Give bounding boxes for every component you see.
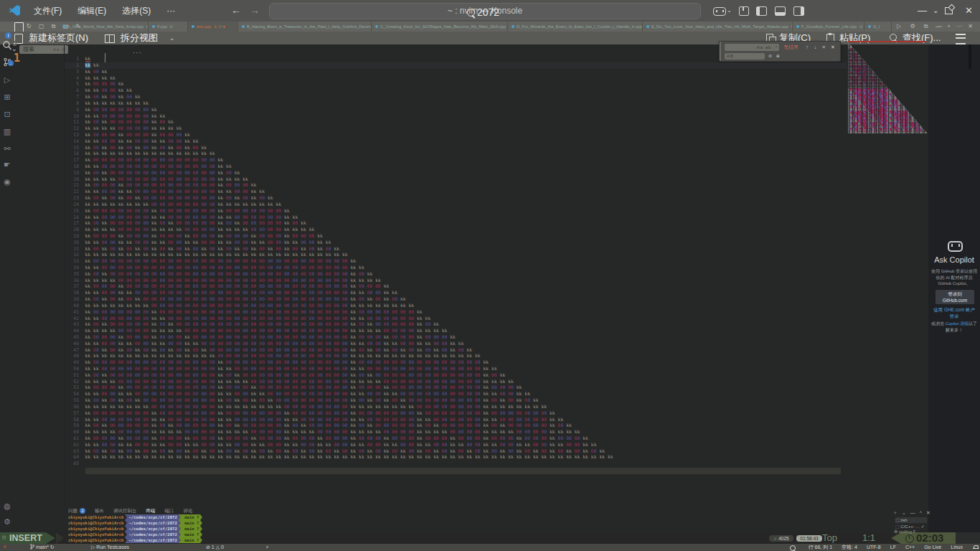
clock-powerline-arrow (891, 532, 901, 544)
tab-test.cpp[interactable]: test.cpp2, U ● (188, 22, 238, 32)
activitybar-settings-icon[interactable]: ⚙ (2, 517, 12, 527)
statusbar-item[interactable]: Linux (951, 544, 963, 551)
copilot-scrollbar[interactable] (969, 44, 971, 69)
toggle-panel-icon[interactable] (775, 6, 786, 16)
tab-C_Creating_Keys_for_StORages_Has_Become_My_Main_Skill.cpp[interactable]: C_Creating_Keys_for_StORages_Has_Become_… (372, 22, 508, 32)
remote-indicator-icon[interactable]: ⚡ (3, 545, 9, 550)
copilot-ghe-link[interactable]: 使用 GHE.com 帐户登录 (932, 307, 976, 319)
activitybar-share-icon[interactable]: ⚯ (2, 143, 12, 154)
clock-after-segment (956, 532, 980, 544)
editor-line-24: 24kk kk kk kk kk kk kk kk 00 00 00 00 00… (65, 202, 847, 208)
panel-tab-端口[interactable]: 端口 (165, 508, 174, 514)
tabstrip-right-icons[interactable]: — + ⋯ ✕ (936, 22, 975, 32)
shade-button[interactable]: ⌄ (933, 0, 938, 22)
new-tab-icon[interactable] (14, 34, 23, 44)
menu-edit[interactable]: 编辑(E) (70, 0, 114, 22)
terminal-panel-icons[interactable]: ＋ ⌄ — ^ ✕ (892, 509, 932, 517)
nav-back-icon[interactable]: ← (231, 0, 241, 22)
statusbar-item[interactable]: 空格: 4 (842, 544, 857, 551)
activitybar-debug-icon[interactable]: ▷ (2, 75, 12, 85)
panel-tab-调试控制台[interactable]: 调试控制台 (113, 508, 137, 514)
activitybar-extensions-icon[interactable]: ⊞ (2, 92, 12, 102)
menu-file[interactable]: 文件(F) (26, 0, 70, 22)
editor-line-52: 52kk kk kk kk 00 00 00 00 00 00 00 00 00… (65, 379, 847, 385)
notifications-bell-icon[interactable] (973, 544, 979, 551)
menu-selection[interactable]: 选择(S) (114, 0, 159, 22)
sidebar-search-input[interactable]: 搜索Aa ⊡ (19, 45, 68, 54)
terminal-prompt-row: chiyoyuki@ChiyoYukiArch~/codes/xcpc/cf/2… (68, 514, 202, 520)
close-button[interactable]: ✕ (965, 0, 973, 22)
find-buttons-icons[interactable]: ↑ ↓ ≡ ✕ (806, 44, 837, 51)
editor-bottom-bar[interactable] (85, 468, 841, 474)
nav-forward-icon[interactable]: → (250, 0, 260, 22)
copilot-title: Ask Copilot (928, 255, 980, 264)
copilot-walkthrough-text: 或浏览 Copilot 演练以了解更多！ (931, 321, 977, 333)
run-testcases-button[interactable]: ▷ Run Testcases (91, 544, 129, 551)
minimap-top-marker (848, 41, 925, 42)
activitybar-hand-icon[interactable]: ☛ (2, 159, 12, 169)
copilot-signin-button[interactable]: 登录到 GitHub.com (936, 290, 974, 304)
statusbar-item[interactable]: UTF-8 (867, 544, 881, 551)
split-view-button[interactable]: 拆分视图 (121, 32, 158, 44)
scroll-position-label: Top (822, 532, 837, 544)
find-input[interactable]: Aa ab .* (725, 44, 779, 51)
statusbar-item[interactable]: Go Live (924, 544, 941, 551)
panel-tab-问题[interactable]: 问题2 (68, 508, 85, 514)
toggle-secondary-sidebar-icon[interactable] (793, 6, 804, 16)
activitybar-remote-icon[interactable]: ⊡ (2, 109, 12, 119)
editor-lines[interactable]: 1kk2kk kk3kk 00 kk4kk kk kk kk5kk 00 00 … (65, 56, 847, 467)
tab-dirty-indicator: U (170, 24, 173, 29)
activitybar-account-icon[interactable]: ◉ (2, 176, 12, 187)
panel-tab-评论[interactable]: 评论 (184, 508, 193, 514)
maximize-button[interactable] (945, 7, 953, 14)
terminal-output[interactable]: chiyoyuki@ChiyoYukiArch~/codes/xcpc/cf/2… (68, 514, 202, 543)
activitybar-chart-icon[interactable]: ▥ (2, 126, 12, 136)
copilot-icon[interactable] (713, 7, 726, 16)
editor-line-16: 16kk kk kk kk kk kk kk kk kk kk kk kk kk… (65, 151, 847, 157)
panel-tab-输出[interactable]: 输出 (95, 508, 104, 514)
toggle-sidebar-icon[interactable] (756, 6, 767, 16)
tab-F.cpp[interactable]: F.cppU (149, 22, 188, 32)
new-tab-button[interactable]: 新建标签页(N) (29, 32, 88, 44)
copilot-walkthrough-link[interactable]: Copilot 演练 (946, 321, 969, 326)
minimize-button[interactable]: — (918, 0, 927, 22)
statusbar-item[interactable]: LF (890, 544, 896, 551)
problems-indicator[interactable]: ⊘ 1 △ 0 (206, 544, 224, 551)
statusbar-item[interactable]: C++ (905, 544, 915, 551)
panel-tab-终端[interactable]: 终端 (146, 508, 156, 514)
activitybar-search-icon[interactable] (2, 40, 12, 50)
find-options-icons[interactable]: Aa ab .* (757, 44, 778, 51)
editor-line-27: 27kk 00 kk 00 00 00 00 00 kk 00 kk 00 00… (65, 220, 847, 227)
editor-line-12: 12kk kk kk kk 00 00 00 00 kk kk kk kk (65, 126, 847, 132)
customize-layout-icon[interactable] (739, 6, 749, 16)
scm-badge: … (8, 60, 14, 66)
find-icon[interactable] (890, 34, 897, 41)
tab-E_Do_You_Love_Your_Hero_and_His_Two_Hit_Multi_Target_Attacks.cpp[interactable]: E_Do_You_Love_Your_Hero_and_His_Two_Hit_… (643, 22, 793, 32)
terminal-list-zsh[interactable]: ⬚ zsh (895, 517, 927, 523)
editor-line-9: 9kk 00 00 00 00 00 00 00 kk (65, 107, 847, 113)
tmux-session-label: ⚙ coding F (894, 529, 915, 534)
statusbar-zoom-icon[interactable] (790, 545, 796, 551)
problems-badge: 2 (80, 508, 85, 514)
tab-F_Goodbye_Forever_Life.cpp[interactable]: F_Goodbye_Forever_Life.cppU (793, 22, 864, 32)
branch-indicator[interactable]: main* ↻ (30, 544, 55, 551)
debug-icon[interactable]: ⚡ (265, 544, 269, 551)
statusbar-item[interactable]: 行 66, 列 1 (809, 544, 832, 551)
activitybar-profile-icon[interactable]: ◍ (2, 501, 12, 511)
copilot-chevron-icon[interactable]: ⌄ (727, 0, 732, 22)
minimap[interactable] (848, 42, 927, 133)
tab-A_New_World_Now_We_New_Array.cpp[interactable]: A_New_World_Now_We_New_Array.cppU (59, 22, 149, 32)
editor-line-2: 2kk kk (65, 62, 847, 69)
menu-more[interactable]: ··· (159, 0, 183, 22)
split-view-chevron-icon[interactable]: ⌄ (169, 32, 175, 44)
tab-label: C_Creating_Keys_for_StORages_Has_Become_… (380, 24, 506, 29)
menu-hamburger-icon[interactable] (956, 34, 966, 44)
tab-D_For_Wizards_the_Exam_Is_Easy_but_I_Couldn_t_Handle_It.cpp[interactable]: D_For_Wizards_the_Exam_Is_Easy_but_I_Cou… (508, 22, 643, 32)
vim-mode-indicator: INSERT (0, 532, 46, 544)
tab-G_I[interactable]: G_I (864, 22, 892, 32)
tab-B_Having_Been_a_Treasurer_in_the_Past_I_Help_Goblins_Deceive.cpp[interactable]: B_Having_Been_a_Treasurer_in_the_Past_I_… (238, 22, 372, 32)
editor-line-58: 58kk kk 00 00 00 00 00 00 kk kk 00 00 00… (65, 417, 847, 423)
split-view-icon[interactable] (105, 34, 115, 43)
editor-line-45: 45kk 00 00 00 kk 00 00 00 kk 00 00 00 kk… (65, 334, 847, 341)
search-icon (467, 9, 475, 17)
